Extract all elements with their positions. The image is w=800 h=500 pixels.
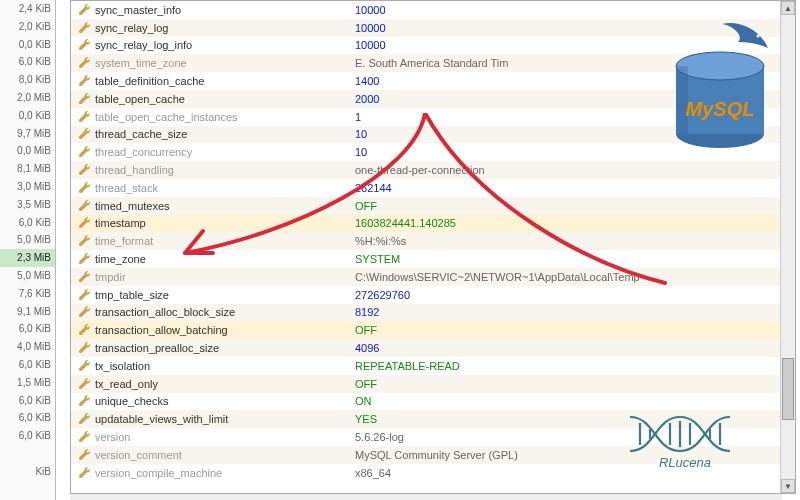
variable-value: ON xyxy=(353,395,781,407)
wrench-icon xyxy=(75,430,93,444)
variable-name: table_open_cache xyxy=(93,93,353,105)
tree-size-column: 2,4 KiB2,0 KiB0,0 KiB6,0 KiB8,0 KiB2,0 M… xyxy=(0,0,56,500)
wrench-icon xyxy=(75,466,93,480)
tree-size-cell: 2,3 MiB xyxy=(0,249,55,267)
variable-name: unique_checks xyxy=(93,395,353,407)
variable-name: thread_cache_size xyxy=(93,128,353,140)
wrench-icon xyxy=(75,21,93,35)
variable-row-timestamp[interactable]: timestamp1603824441.140285 xyxy=(71,215,781,233)
tree-size-cell xyxy=(0,481,55,499)
tree-size-cell xyxy=(0,445,55,463)
tree-size-cell: 1,5 MiB xyxy=(0,374,55,392)
scroll-up-button[interactable]: ▲ xyxy=(781,1,795,15)
tree-size-cell: 2,0 KiB xyxy=(0,18,55,36)
wrench-icon xyxy=(75,38,93,52)
variable-value: 272629760 xyxy=(353,289,781,301)
wrench-icon xyxy=(75,323,93,337)
wrench-icon xyxy=(75,288,93,302)
variable-row-tx_isolation[interactable]: tx_isolationREPEATABLE-READ xyxy=(71,357,781,375)
wrench-icon xyxy=(75,199,93,213)
tree-size-cell: 0,0 KiB xyxy=(0,36,55,54)
variable-name: thread_concurrency xyxy=(93,146,353,158)
tree-size-cell: 0,0 MiB xyxy=(0,142,55,160)
tree-size-cell: 7,6 KiB xyxy=(0,285,55,303)
variable-row-thread_stack[interactable]: thread_stack262144 xyxy=(71,179,781,197)
wrench-icon xyxy=(75,110,93,124)
variable-name: table_definition_cache xyxy=(93,75,353,87)
tree-size-cell: 0,0 KiB xyxy=(0,107,55,125)
scroll-thumb[interactable] xyxy=(782,358,794,420)
variable-row-transaction_allow_batching[interactable]: transaction_allow_batchingOFF xyxy=(71,321,781,339)
wrench-icon xyxy=(75,56,93,70)
tree-size-cell: 6,0 KiB xyxy=(0,320,55,338)
wrench-icon xyxy=(75,127,93,141)
tree-size-cell: 5,0 MiB xyxy=(0,267,55,285)
variable-value: C:\Windows\SERVIC~2\NETWOR~1\AppData\Loc… xyxy=(353,271,781,283)
variable-value: OFF xyxy=(353,200,781,212)
rlucena-watermark: RLucena xyxy=(620,409,750,470)
variable-name: version_comment xyxy=(93,449,353,461)
variable-name: sync_master_info xyxy=(93,4,353,16)
variable-row-transaction_prealloc_size[interactable]: transaction_prealloc_size4096 xyxy=(71,339,781,357)
wrench-icon xyxy=(75,394,93,408)
variable-row-time_format[interactable]: time_format%H:%i:%s xyxy=(71,232,781,250)
tree-size-cell: 6,0 KiB xyxy=(0,392,55,410)
variable-value: 4096 xyxy=(353,342,781,354)
wrench-icon xyxy=(75,270,93,284)
wrench-icon xyxy=(75,234,93,248)
variable-row-time_zone[interactable]: time_zoneSYSTEM xyxy=(71,250,781,268)
tree-size-cell: 8,1 MiB xyxy=(0,160,55,178)
variable-row-tx_read_only[interactable]: tx_read_onlyOFF xyxy=(71,375,781,393)
variable-row-thread_handling[interactable]: thread_handlingone-thread-per-connection xyxy=(71,161,781,179)
mysql-text: MySQL xyxy=(686,98,755,120)
variable-name: timed_mutexes xyxy=(93,200,353,212)
wrench-icon xyxy=(75,252,93,266)
variable-name: thread_handling xyxy=(93,164,353,176)
variable-name: thread_stack xyxy=(93,182,353,194)
variable-name: system_time_zone xyxy=(93,57,353,69)
variable-row-unique_checks[interactable]: unique_checksON xyxy=(71,393,781,411)
horizontal-scrollbar[interactable] xyxy=(70,494,782,500)
variable-value: 8192 xyxy=(353,306,781,318)
tree-size-cell: KiB xyxy=(0,463,55,481)
variable-name: tx_isolation xyxy=(93,360,353,372)
variable-name: table_open_cache_instances xyxy=(93,111,353,123)
variable-name: timestamp xyxy=(93,217,353,229)
tree-size-cell: 8,0 KiB xyxy=(0,71,55,89)
vertical-scrollbar[interactable]: ▲ ▼ xyxy=(780,1,795,493)
variable-row-timed_mutexes[interactable]: timed_mutexesOFF xyxy=(71,197,781,215)
variable-name: updatable_views_with_limit xyxy=(93,413,353,425)
variable-name: transaction_alloc_block_size xyxy=(93,306,353,318)
wrench-icon xyxy=(75,448,93,462)
variable-name: transaction_prealloc_size xyxy=(93,342,353,354)
mysql-logo: MySQL xyxy=(660,14,780,154)
variable-value: REPEATABLE-READ xyxy=(353,360,781,372)
wrench-icon xyxy=(75,359,93,373)
variable-name: transaction_allow_batching xyxy=(93,324,353,336)
tree-size-cell: 2,0 MiB xyxy=(0,89,55,107)
variable-row-tmpdir[interactable]: tmpdirC:\Windows\SERVIC~2\NETWOR~1\AppDa… xyxy=(71,268,781,286)
variable-name: version_compile_machine xyxy=(93,467,353,479)
wrench-icon xyxy=(75,377,93,391)
tree-size-cell: 6,0 KiB xyxy=(0,409,55,427)
variable-name: sync_relay_log xyxy=(93,22,353,34)
variable-name: time_zone xyxy=(93,253,353,265)
dna-icon xyxy=(630,417,730,451)
variable-value: 1603824441.140285 xyxy=(353,217,781,229)
tree-size-cell: 6,0 KiB xyxy=(0,427,55,445)
wrench-icon xyxy=(75,145,93,159)
variable-row-transaction_alloc_block_size[interactable]: transaction_alloc_block_size8192 xyxy=(71,304,781,322)
scroll-track[interactable] xyxy=(781,15,795,479)
tree-size-cell: 9,1 MiB xyxy=(0,303,55,321)
scroll-down-button[interactable]: ▼ xyxy=(781,479,795,493)
tree-size-cell: 2,4 KiB xyxy=(0,0,55,18)
variable-value: SYSTEM xyxy=(353,253,781,265)
variable-value: %H:%i:%s xyxy=(353,235,781,247)
variable-name: time_format xyxy=(93,235,353,247)
wrench-icon xyxy=(75,92,93,106)
wrench-icon xyxy=(75,305,93,319)
tree-size-cell: 3,0 MiB xyxy=(0,178,55,196)
variable-row-tmp_table_size[interactable]: tmp_table_size272629760 xyxy=(71,286,781,304)
variable-value: OFF xyxy=(353,378,781,390)
tree-size-cell: 4,0 MiB xyxy=(0,338,55,356)
